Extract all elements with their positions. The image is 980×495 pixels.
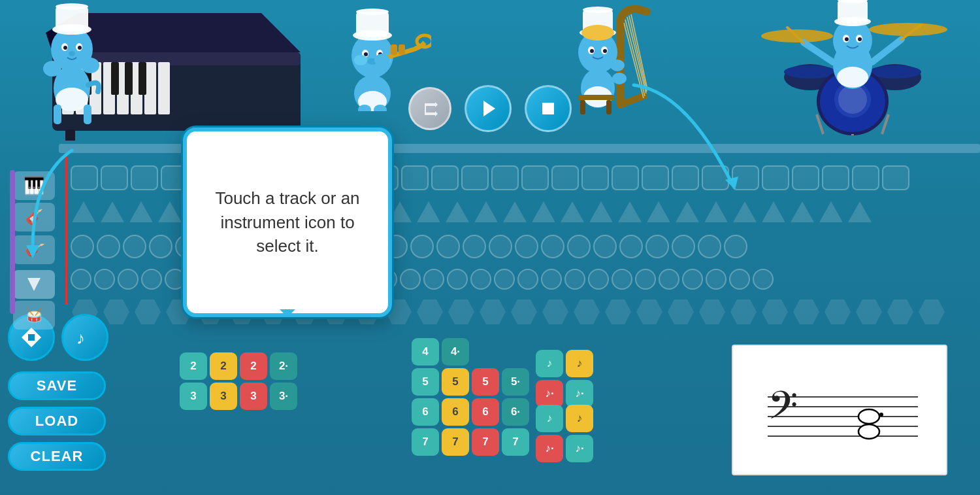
note-music-red-2[interactable]: ♪· — [536, 435, 563, 462]
note-tile-6-red[interactable]: 6 — [472, 398, 499, 426]
beat-cell[interactable] — [574, 299, 600, 324]
repeat-button[interactable] — [408, 87, 451, 130]
beat-cell[interactable] — [793, 299, 819, 324]
beat-cell[interactable] — [542, 299, 568, 324]
beat-cell[interactable] — [882, 165, 909, 190]
beat-cell[interactable] — [417, 201, 440, 222]
beat-cell[interactable] — [856, 299, 882, 324]
beat-cell[interactable] — [431, 165, 459, 190]
beat-cell[interactable] — [659, 269, 679, 290]
note-tile-3-teal[interactable]: 3 — [180, 383, 207, 410]
beat-cell[interactable] — [123, 235, 146, 258]
beat-cell[interactable] — [503, 201, 527, 222]
beat-cell[interactable] — [101, 165, 128, 190]
beat-cell[interactable] — [158, 201, 182, 222]
beat-cell[interactable] — [101, 201, 124, 222]
beat-cell[interactable] — [589, 201, 613, 222]
beat-cell[interactable] — [887, 299, 913, 324]
beat-cell[interactable] — [919, 299, 945, 324]
note-tile-2-teal[interactable]: 2 — [180, 352, 207, 380]
beat-cell[interactable] — [515, 235, 538, 258]
note-tile-7-teal2[interactable]: 7 — [502, 428, 529, 456]
beat-cell[interactable] — [588, 269, 609, 290]
note-tile-2-yellow[interactable]: 2 — [210, 352, 237, 380]
beat-cell[interactable] — [446, 201, 469, 222]
beat-cell[interactable] — [567, 235, 591, 258]
beat-cell[interactable] — [612, 269, 632, 290]
beat-cell[interactable] — [401, 165, 429, 190]
music-note-button[interactable]: ♪ — [61, 314, 108, 361]
note-tile-2-dark[interactable]: 2· — [270, 352, 297, 380]
note-tile-5-teal[interactable]: 5 — [412, 368, 439, 396]
beat-cell[interactable] — [118, 269, 139, 290]
beat-cell[interactable] — [791, 201, 814, 222]
note-tile-6-dark[interactable]: 6· — [502, 398, 529, 426]
instrument-icon-drums[interactable]: 🥁 — [13, 301, 55, 330]
beat-cell[interactable] — [593, 235, 617, 258]
note-music-yellow-2[interactable]: ♪ — [566, 405, 593, 432]
beat-cell[interactable] — [447, 269, 468, 290]
note-tile-2-red[interactable]: 2 — [240, 352, 267, 380]
beat-cell[interactable] — [511, 299, 537, 324]
beat-cell[interactable] — [672, 235, 695, 258]
beat-cell[interactable] — [423, 269, 444, 290]
beat-cell[interactable] — [491, 165, 519, 190]
beat-cell[interactable] — [410, 235, 434, 258]
load-button[interactable]: LOAD — [8, 407, 106, 435]
note-tile-3-dark[interactable]: 3· — [270, 383, 297, 410]
beat-cell[interactable] — [762, 299, 788, 324]
beat-cell[interactable] — [645, 235, 669, 258]
beat-cell[interactable] — [682, 269, 703, 290]
beat-cell[interactable] — [698, 235, 721, 258]
beat-cell[interactable] — [489, 235, 512, 258]
beat-cell[interactable] — [564, 269, 585, 290]
beat-cell[interactable] — [822, 165, 849, 190]
beat-cell[interactable] — [149, 235, 172, 258]
beat-cell[interactable] — [532, 201, 555, 222]
note-tile-6-yellow[interactable]: 6 — [442, 398, 469, 426]
note-tile-4-teal[interactable]: 4 — [412, 338, 439, 366]
beat-cell[interactable] — [852, 165, 879, 190]
note-tile-6-teal[interactable]: 6 — [412, 398, 439, 426]
beat-cell[interactable] — [762, 165, 789, 190]
beat-cell[interactable] — [706, 269, 727, 290]
beat-cell[interactable] — [494, 269, 515, 290]
beat-cell[interactable] — [561, 201, 584, 222]
beat-cell[interactable] — [541, 269, 562, 290]
beat-cell[interactable] — [699, 299, 725, 324]
stop-button[interactable] — [525, 85, 572, 132]
beat-cell[interactable] — [551, 165, 579, 190]
note-tile-5-dark[interactable]: 5· — [502, 368, 529, 396]
note-tile-3-yellow[interactable]: 3 — [210, 383, 237, 410]
beat-cell[interactable] — [400, 269, 421, 290]
note-music-teal-3[interactable]: ♪ — [536, 405, 563, 432]
beat-cell[interactable] — [848, 201, 872, 222]
beat-cell[interactable] — [541, 235, 564, 258]
beat-cell[interactable] — [470, 269, 491, 290]
beat-cell[interactable] — [762, 201, 785, 222]
beat-cell[interactable] — [480, 299, 506, 324]
beat-cell[interactable] — [463, 235, 486, 258]
note-tile-7-yellow[interactable]: 7 — [442, 428, 469, 456]
note-music-teal-1[interactable]: ♪ — [536, 350, 563, 377]
beat-cell[interactable] — [635, 269, 656, 290]
beat-cell[interactable] — [474, 201, 498, 222]
note-tile-3-red[interactable]: 3 — [240, 383, 267, 410]
beat-cell[interactable] — [819, 201, 843, 222]
beat-cell[interactable] — [448, 299, 474, 324]
beat-cell[interactable] — [619, 235, 643, 258]
clear-button[interactable]: CLEAR — [8, 442, 106, 471]
beat-cell[interactable] — [724, 235, 747, 258]
beat-cell[interactable] — [729, 269, 750, 290]
info-popup[interactable]: Touch a track or an instrument icon to s… — [183, 128, 392, 317]
beat-cell[interactable] — [436, 235, 460, 258]
note-tile-4-dark[interactable]: 4· — [442, 338, 469, 366]
beat-cell[interactable] — [730, 299, 757, 324]
note-music-red-1[interactable]: ♪· — [536, 380, 563, 407]
beat-cell[interactable] — [825, 299, 851, 324]
beat-cell[interactable] — [141, 269, 162, 290]
beat-cell[interactable] — [131, 165, 158, 190]
beat-cell[interactable] — [636, 299, 662, 324]
save-button[interactable]: SAVE — [8, 371, 106, 400]
beat-cell[interactable] — [753, 269, 774, 290]
